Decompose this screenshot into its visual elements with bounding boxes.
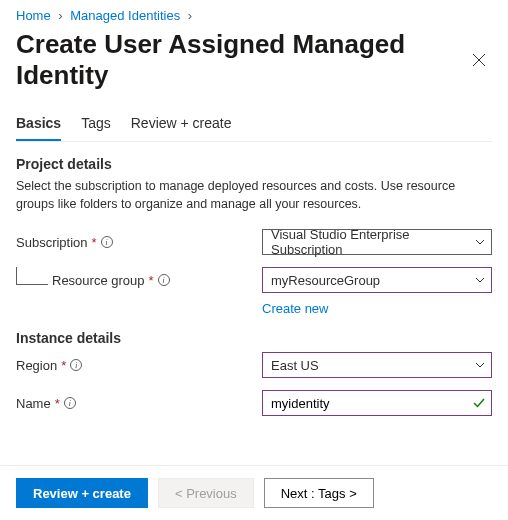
info-icon[interactable]: i	[64, 397, 76, 409]
breadcrumb-home[interactable]: Home	[16, 8, 51, 23]
required-asterisk: *	[55, 396, 60, 411]
footer: Review + create < Previous Next : Tags >	[0, 465, 508, 520]
close-icon	[472, 53, 486, 67]
tree-line-icon	[16, 267, 48, 285]
close-button[interactable]	[466, 46, 492, 74]
chevron-right-icon: ›	[188, 8, 192, 23]
instance-details-heading: Instance details	[16, 330, 492, 346]
name-field[interactable]	[262, 390, 492, 416]
region-label: Region * i	[16, 358, 262, 373]
project-details-description: Select the subscription to manage deploy…	[16, 178, 492, 213]
tab-tags[interactable]: Tags	[81, 109, 111, 141]
subscription-select[interactable]: Visual Studio Enterprise Subscription	[262, 229, 492, 255]
next-button[interactable]: Next : Tags >	[264, 478, 374, 508]
project-details-heading: Project details	[16, 156, 492, 172]
tabs: Basics Tags Review + create	[16, 109, 492, 142]
info-icon[interactable]: i	[158, 274, 170, 286]
previous-button: < Previous	[158, 478, 254, 508]
subscription-label: Subscription * i	[16, 235, 262, 250]
chevron-right-icon: ›	[58, 8, 62, 23]
tab-basics[interactable]: Basics	[16, 109, 61, 141]
breadcrumb: Home › Managed Identities ›	[16, 8, 492, 23]
info-icon[interactable]: i	[101, 236, 113, 248]
create-new-link[interactable]: Create new	[262, 301, 328, 316]
required-asterisk: *	[149, 273, 154, 288]
breadcrumb-managed-identities[interactable]: Managed Identities	[70, 8, 180, 23]
resource-group-select[interactable]: myResourceGroup	[262, 267, 492, 293]
tab-review-create[interactable]: Review + create	[131, 109, 232, 141]
name-label: Name * i	[16, 396, 262, 411]
page-title: Create User Assigned Managed Identity	[16, 29, 466, 91]
review-create-button[interactable]: Review + create	[16, 478, 148, 508]
info-icon[interactable]: i	[70, 359, 82, 371]
resource-group-label: Resource group * i	[16, 273, 262, 288]
required-asterisk: *	[92, 235, 97, 250]
region-select[interactable]: East US	[262, 352, 492, 378]
required-asterisk: *	[61, 358, 66, 373]
